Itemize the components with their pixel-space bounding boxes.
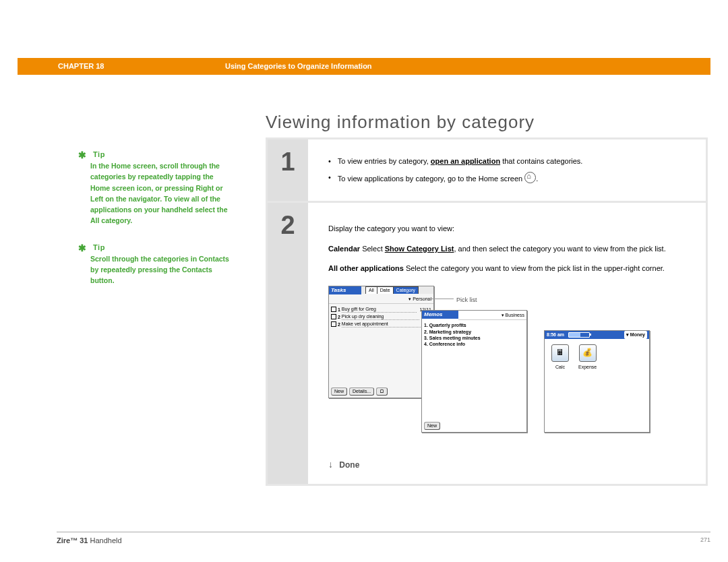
home-icon [524,172,536,183]
memos-window: Memos Business 1. Quarterly profits 2. M… [421,310,527,433]
home-titlebar: 8:56 am ▾ Money [545,331,649,339]
step-row: 1 • To view entries by category, open an… [268,139,706,203]
illustration: Tasks All Date Category Personal 1 Buy g… [322,286,686,447]
bullet-dot: • [328,172,331,185]
memos-title: Memos [422,311,458,319]
text: that contains categories. [500,157,582,165]
tasks-category-picker[interactable]: Personal [329,294,433,304]
tip-heading: ✱ Tip [78,243,235,253]
app-icon-calc[interactable]: 🖩 Calc [551,344,569,371]
memos-category-picker[interactable]: Business [458,311,526,320]
done-label: Done [339,460,359,470]
app-label: Calc [551,363,569,371]
tip-label: Tip [93,243,105,251]
text: To view applications by category, go to … [338,175,524,183]
step-body: • To view entries by category, open an a… [308,139,706,201]
tip-block: ✱ Tip Scroll through the categories in C… [78,243,235,286]
text: , and then select the category you want … [454,245,665,253]
bullet-text: To view entries by category, open an app… [338,156,583,168]
bullet-dot: • [328,156,331,168]
battery-icon [568,332,590,338]
page-title: Viewing information by category [266,112,535,133]
tip-heading: ✱ Tip [78,150,235,160]
calendar-instruction: Calendar Select Show Category List, and … [328,243,686,255]
link-open-application[interactable]: open an application [431,157,500,165]
steps-panel: 1 • To view entries by category, open an… [266,137,708,486]
tab-category[interactable]: Category [393,286,419,294]
checkbox-icon[interactable] [331,307,336,312]
tab-all[interactable]: All [365,286,377,294]
label-all-other: All other applications [328,264,404,272]
checkbox-icon[interactable] [331,314,336,319]
task-row[interactable]: 2 Pick up dry cleaning12/1 [331,313,431,320]
bullet: • To view applications by category, go t… [328,172,686,185]
memo-item[interactable]: 2. Marketing strategy [424,329,524,335]
product-rest: Handheld [88,536,121,544]
tab-date[interactable]: Date [377,286,394,294]
link-show-category-list[interactable]: Show Category List [385,245,454,253]
calc-icon: 🖩 [551,344,569,362]
text: To view entries by category, [338,157,431,165]
app-grid: 🖩 Calc 💰 Expense [545,339,649,376]
text: Select [360,245,385,253]
tip-block: ✱ Tip In the Home screen, scroll through… [78,150,235,226]
tip-body: Scroll through the categories in Contact… [90,253,235,286]
sidebar-tips: ✱ Tip In the Home screen, scroll through… [78,150,235,302]
tip-label: Tip [93,150,105,158]
step-intro: Display the category you want to view: [328,223,686,235]
page-number: 271 [700,536,710,543]
memos-new-button[interactable]: New [424,422,440,430]
task-row[interactable]: 2 Make vet appointment [331,321,431,327]
memo-item[interactable]: 3. Sales meeting minutes [424,335,524,341]
step-number: 2 [268,203,308,484]
app-label: Expense [578,363,597,371]
text: Select the category you want to view fro… [404,264,665,272]
bullet: • To view entries by category, open an a… [328,156,686,168]
memos-list: 1. Quarterly profits 2. Marketing strate… [422,320,526,350]
app-icon-expense[interactable]: 💰 Expense [578,344,597,371]
step-body: Display the category you want to view: C… [308,203,706,484]
down-arrow-icon: ↓ [328,459,333,470]
chapter-title: Using Categories to Organize Information [225,58,372,75]
memo-item[interactable]: 1. Quarterly profits [424,322,524,328]
product-name: Zire™ 31 [57,536,88,544]
home-category-picker[interactable]: ▾ Money [624,331,647,338]
checkbox-icon[interactable] [331,321,336,327]
tasks-new-button[interactable]: New [331,387,347,396]
text: . [536,175,538,183]
page-footer: Zire™ 31 Handheld 271 [57,532,710,544]
tasks-note-button[interactable]: 🗒 [376,387,388,396]
asterisk-icon: ✱ [78,243,87,253]
callout-line [428,299,454,299]
step-row: 2 Display the category you want to view:… [268,203,706,484]
asterisk-icon: ✱ [78,150,87,160]
header-banner: CHAPTER 18 Using Categories to Organize … [18,58,710,75]
label-calendar: Calendar [328,245,360,253]
tasks-window: Tasks All Date Category Personal 1 Buy g… [328,286,434,398]
memo-item[interactable]: 4. Conference info [424,341,524,347]
task-row[interactable]: 1 Buy gift for Greg12/11 [331,306,431,313]
done-row: ↓ Done [328,457,686,472]
bullet-text: To view applications by category, go to … [338,172,538,185]
picklist-callout: Pick list [456,295,477,305]
expense-icon: 💰 [579,344,597,362]
time-label: 8:56 am [547,331,564,338]
home-window: 8:56 am ▾ Money 🖩 Calc 💰 Expense [544,330,650,433]
tasks-list: 1 Buy gift for Greg12/11 2 Pick up dry c… [329,304,433,330]
tasks-title: Tasks [329,286,361,294]
tasks-details-button[interactable]: Details... [349,387,374,396]
other-apps-instruction: All other applications Select the catego… [328,263,686,275]
chapter-label: CHAPTER 18 [58,58,104,75]
tip-body: In the Home screen, scroll through the c… [90,160,235,226]
step-number: 1 [268,139,308,201]
